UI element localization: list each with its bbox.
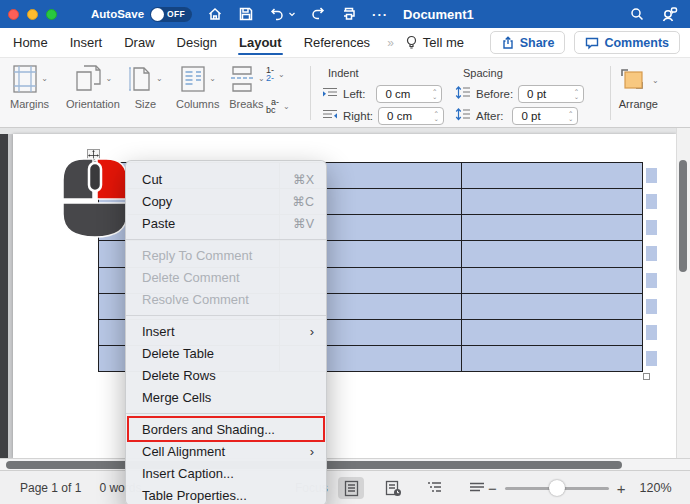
menu-item-resolve-comment: Resolve Comment xyxy=(126,288,326,310)
zoom-slider-knob[interactable] xyxy=(549,480,565,496)
stepper-icon[interactable]: ⌃⌄ xyxy=(574,86,579,102)
close-window-button[interactable] xyxy=(8,9,19,20)
minimize-window-button[interactable] xyxy=(27,9,38,20)
spacing-before-input[interactable]: 0 pt ⌃⌄ xyxy=(518,85,584,103)
toggle-knob xyxy=(151,8,164,21)
zoom-window-button[interactable] xyxy=(46,9,57,20)
menu-item-paste[interactable]: Paste⌘V xyxy=(126,212,326,234)
indent-left-input[interactable]: 0 cm ⌃⌄ xyxy=(376,85,442,103)
columns-icon xyxy=(179,64,207,94)
outline-view-button[interactable] xyxy=(422,477,448,499)
print-icon[interactable] xyxy=(340,5,358,23)
menu-item-shortcut: ⌘C xyxy=(292,194,314,209)
hyphenation-button[interactable]: a- bc ⌄ xyxy=(266,98,290,114)
document-title: Document1 xyxy=(403,7,474,22)
chevron-down-icon: ⌄ xyxy=(209,74,216,83)
margins-button[interactable]: ⌄ Margins xyxy=(10,64,49,110)
menu-item-cut[interactable]: Cut⌘X xyxy=(126,168,326,190)
draft-view-button[interactable] xyxy=(464,477,490,499)
vertical-scrollbar[interactable] xyxy=(676,128,690,458)
tab-design[interactable]: Design xyxy=(176,28,218,57)
share-button[interactable]: Share xyxy=(490,31,566,54)
row-end-mark xyxy=(646,299,657,314)
menu-item-insert-caption[interactable]: Insert Caption... xyxy=(126,462,326,484)
spacing-after-icon xyxy=(455,107,471,125)
indent-right-input[interactable]: 0 cm ⌃⌄ xyxy=(378,107,444,125)
horizontal-scrollbar[interactable] xyxy=(0,458,690,470)
spacing-before-icon xyxy=(455,85,471,103)
immersive-reader-view-button[interactable] xyxy=(380,477,406,499)
tab-insert[interactable]: Insert xyxy=(69,28,104,57)
menu-item-delete-table[interactable]: Delete Table xyxy=(126,342,326,364)
table-cell[interactable] xyxy=(462,215,642,240)
chevron-down-icon: ⌄ xyxy=(156,74,163,83)
table-cell[interactable] xyxy=(462,189,642,214)
table-resize-handle[interactable] xyxy=(643,373,650,380)
tab-draw[interactable]: Draw xyxy=(123,28,155,57)
vertical-scrollbar-thumb[interactable] xyxy=(679,160,687,272)
stepper-icon[interactable]: ⌃⌄ xyxy=(432,86,437,102)
undo-icon xyxy=(268,5,286,23)
menu-item-merge-cells[interactable]: Merge Cells xyxy=(126,386,326,408)
ribbon-group-separator xyxy=(610,66,611,120)
presence-chat-icon[interactable] xyxy=(660,5,678,23)
print-layout-view-button[interactable] xyxy=(338,477,364,499)
page-indicator[interactable]: Page 1 of 1 xyxy=(20,481,81,495)
breaks-button[interactable]: ⌄ Breaks xyxy=(228,64,265,110)
spacing-after-input[interactable]: 0 pt ⌃⌄ xyxy=(512,107,578,125)
zoom-out-button[interactable]: − xyxy=(488,480,497,497)
tab-layout[interactable]: Layout xyxy=(238,28,283,57)
autosave-label: AutoSave xyxy=(91,8,144,20)
comments-button[interactable]: Comments xyxy=(574,31,680,54)
menu-item-label: Paste xyxy=(142,216,175,231)
line-numbers-button[interactable]: 1- 2- ⌄ xyxy=(266,66,285,82)
menu-item-table-properties[interactable]: Table Properties... xyxy=(126,484,326,504)
menu-separator xyxy=(126,310,326,320)
home-icon[interactable] xyxy=(206,5,224,23)
undo-dropdown-icon[interactable] xyxy=(288,10,296,18)
menu-item-label: Insert Caption... xyxy=(142,466,234,481)
table-cell[interactable] xyxy=(462,346,642,371)
table-cell[interactable] xyxy=(462,241,642,266)
zoom-percentage[interactable]: 120% xyxy=(640,481,672,495)
autosave-state: OFF xyxy=(167,9,185,19)
tab-references[interactable]: References xyxy=(303,28,371,57)
redo-icon[interactable] xyxy=(309,5,327,23)
orientation-button[interactable]: ⌄ Orientation xyxy=(66,64,120,110)
menu-item-copy[interactable]: Copy⌘C xyxy=(126,190,326,212)
arrange-button[interactable]: ⌄ Arrange xyxy=(618,66,659,110)
menu-item-insert[interactable]: Insert› xyxy=(126,320,326,342)
menu-item-borders-and-shading[interactable]: Borders and Shading... xyxy=(126,418,326,440)
page-size-icon xyxy=(128,64,154,94)
table-cell[interactable] xyxy=(462,294,642,319)
size-button[interactable]: ⌄ Size xyxy=(128,64,163,110)
save-icon[interactable] xyxy=(237,5,255,23)
tab-home[interactable]: Home xyxy=(12,28,49,57)
menu-item-label: Delete Table xyxy=(142,346,214,361)
table-cell[interactable] xyxy=(462,268,642,293)
row-end-mark xyxy=(646,351,657,366)
zoom-in-button[interactable]: + xyxy=(617,480,626,497)
menu-item-cell-alignment[interactable]: Cell Alignment› xyxy=(126,440,326,462)
menu-item-delete-rows[interactable]: Delete Rows xyxy=(126,364,326,386)
window-controls xyxy=(8,9,57,20)
chevron-down-icon: ⌄ xyxy=(283,102,290,111)
row-end-mark xyxy=(646,168,657,183)
more-commands-icon[interactable]: ··· xyxy=(371,5,389,23)
title-bar: AutoSave OFF ··· Document1 xyxy=(0,0,690,28)
table-cell[interactable] xyxy=(462,320,642,345)
columns-button[interactable]: ⌄ Columns xyxy=(176,64,219,110)
stepper-icon[interactable]: ⌃⌄ xyxy=(434,108,439,124)
tab-overflow-icon[interactable]: » xyxy=(387,36,393,50)
search-icon[interactable] xyxy=(628,5,646,23)
menu-item-label: Merge Cells xyxy=(142,390,211,405)
menu-item-label: Table Properties... xyxy=(142,488,247,503)
tell-me-button[interactable]: Tell me xyxy=(405,35,464,50)
table-cell[interactable] xyxy=(462,163,642,188)
zoom-slider[interactable] xyxy=(505,487,609,490)
menu-item-label: Cell Alignment xyxy=(142,444,225,459)
menu-item-label: Delete Rows xyxy=(142,368,216,383)
stepper-icon[interactable]: ⌃⌄ xyxy=(568,108,573,124)
autosave-toggle[interactable]: OFF xyxy=(150,7,192,22)
undo-button[interactable] xyxy=(268,5,296,23)
